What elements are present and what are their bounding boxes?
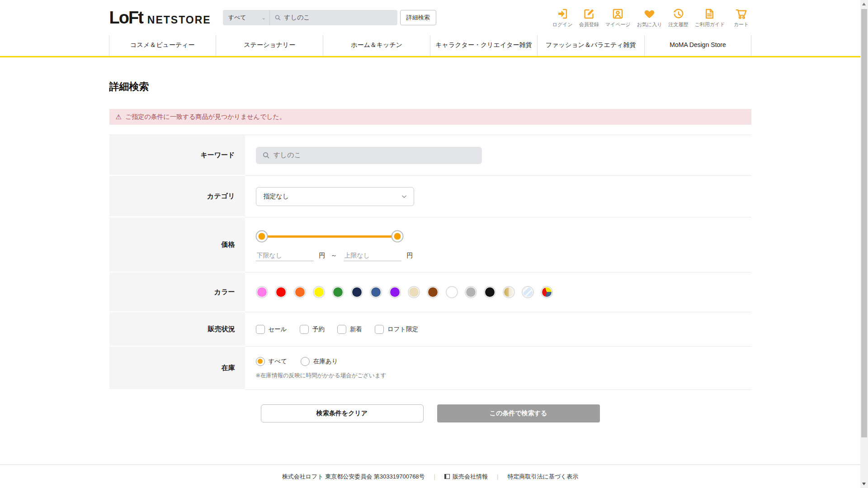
- guide-link[interactable]: ご利用ガイド: [694, 8, 725, 28]
- keyword-label: キーワード: [109, 135, 245, 176]
- color-swatches: [256, 286, 751, 298]
- sales-status-checkbox[interactable]: セール: [256, 325, 287, 334]
- color-swatch-brown[interactable]: [427, 286, 439, 298]
- favorites-link[interactable]: お気に入り: [637, 8, 662, 28]
- sales-status-label: 販売状況: [109, 312, 245, 347]
- color-swatch-white[interactable]: [446, 286, 458, 298]
- color-swatch-gray[interactable]: [465, 286, 477, 298]
- site-footer: 株式会社ロフト 東京都公安委員会 第303319700768号 | 販売会社情報…: [0, 465, 860, 488]
- warning-icon: ⚠: [116, 113, 122, 121]
- header-search-input[interactable]: [284, 14, 392, 21]
- checkbox-icon[interactable]: [300, 325, 309, 334]
- search-input-wrap: [270, 14, 397, 21]
- search-category-select[interactable]: すべて ⌄: [223, 10, 270, 25]
- color-swatch-clear[interactable]: [522, 286, 534, 298]
- stock-options: すべて 在庫あり: [256, 357, 751, 366]
- order-history-label: 注文履歴: [668, 21, 688, 28]
- main-content: 詳細検索 ⚠ ご指定の条件に一致する商品が見つかりませんでした。 キーワード カ…: [109, 80, 751, 422]
- sales-status-checkbox[interactable]: ロフト限定: [375, 325, 418, 334]
- nav-category-item[interactable]: コスメ＆ビューティー: [109, 35, 216, 56]
- mypage-label: マイページ: [605, 21, 631, 28]
- category-nav-items: コスメ＆ビューティー ステーショナリー ホーム＆キッチン キャラクター・クリエイ…: [109, 35, 752, 56]
- nav-category-item[interactable]: ファッション＆バラエティ雑貨: [537, 35, 644, 56]
- window-icon: [444, 474, 450, 479]
- cart-link[interactable]: カート: [731, 8, 751, 28]
- price-row: 価格 円 ～ 円: [109, 217, 751, 272]
- footer-separator: |: [434, 473, 435, 480]
- sales-status-row: 販売状況 セール 予約: [109, 312, 751, 347]
- scrollbar-down-arrow-icon[interactable]: [862, 483, 866, 485]
- price-inputs: 円 ～ 円: [256, 250, 751, 261]
- clear-conditions-button[interactable]: 検索条件をクリア: [261, 404, 424, 422]
- stock-radio-all[interactable]: すべて: [256, 357, 287, 366]
- color-row: カラー: [109, 272, 751, 312]
- price-min-input[interactable]: [256, 250, 314, 261]
- category-label: カテゴリ: [109, 176, 245, 217]
- color-swatch-orange[interactable]: [294, 286, 306, 298]
- price-slider-max-handle[interactable]: [391, 230, 403, 243]
- stock-label: 在庫: [109, 347, 245, 390]
- form-actions: 検索条件をクリア この条件で検索する: [109, 404, 751, 422]
- sales-status-checkbox[interactable]: 新着: [337, 325, 362, 334]
- price-max-unit: 円: [407, 252, 413, 260]
- site-header: LoFt NETSTORE すべて ⌄ 詳細検索 ログイン 会員登録: [109, 0, 751, 35]
- keyword-input-wrap: [256, 147, 482, 164]
- scrollbar[interactable]: [860, 0, 868, 488]
- no-results-message: ご指定の条件に一致する商品が見つかりませんでした。: [125, 113, 286, 121]
- color-swatch-yellow[interactable]: [313, 286, 325, 298]
- nav-category-item[interactable]: キャラクター・クリエイター雑貨: [430, 35, 537, 56]
- footer-seller-info-link[interactable]: 販売会社情報: [444, 473, 488, 481]
- radio-unchecked-icon[interactable]: [301, 357, 310, 366]
- favorites-icon: [643, 8, 656, 20]
- nav-category-item[interactable]: ステーショナリー: [216, 35, 323, 56]
- keyword-input[interactable]: [274, 151, 476, 159]
- logo-loft-text: LoFt: [109, 8, 143, 28]
- color-swatch-navy[interactable]: [351, 286, 363, 298]
- checkbox-icon[interactable]: [256, 325, 265, 334]
- color-swatch-red[interactable]: [275, 286, 287, 298]
- checkbox-icon[interactable]: [337, 325, 346, 334]
- register-link[interactable]: 会員登録: [579, 8, 599, 28]
- search-form: キーワード カテゴリ 指定なし 価格: [109, 135, 751, 390]
- price-slider-min-handle[interactable]: [255, 230, 268, 243]
- header-search-bar: すべて ⌄: [223, 10, 397, 25]
- login-link[interactable]: ログイン: [552, 8, 573, 28]
- color-swatch-beige[interactable]: [408, 286, 420, 298]
- price-separator: ～: [331, 252, 337, 260]
- sales-status-checkbox[interactable]: 予約: [300, 325, 325, 334]
- page-viewport: LoFt NETSTORE すべて ⌄ 詳細検索 ログイン 会員登録: [0, 0, 860, 488]
- nav-category-item[interactable]: ホーム＆キッチン: [323, 35, 430, 56]
- cart-label: カート: [734, 21, 749, 28]
- nav-category-item[interactable]: MoMA Design Store: [644, 35, 752, 56]
- checkbox-icon[interactable]: [375, 325, 384, 334]
- scrollbar-thumb[interactable]: [861, 9, 867, 437]
- stock-radio-in-stock[interactable]: 在庫あり: [301, 357, 338, 366]
- color-swatch-gold[interactable]: [503, 286, 515, 298]
- color-swatch-green[interactable]: [332, 286, 344, 298]
- category-nav: コスメ＆ビューティー ステーショナリー ホーム＆キッチン キャラクター・クリエイ…: [0, 35, 860, 57]
- logo-netstore-text: NETSTORE: [147, 14, 211, 26]
- submit-search-button[interactable]: この条件で検索する: [437, 404, 600, 422]
- color-swatch-multicolor[interactable]: [541, 286, 553, 298]
- footer-company-text: 株式会社ロフト 東京都公安委員会 第303319700768号: [282, 473, 425, 481]
- keyword-row: キーワード: [109, 135, 751, 176]
- price-range-slider[interactable]: [262, 230, 397, 243]
- order-history-link[interactable]: 注文履歴: [668, 8, 688, 28]
- search-icon: [262, 151, 270, 159]
- price-max-input[interactable]: [344, 250, 401, 261]
- site-logo[interactable]: LoFt NETSTORE: [109, 8, 211, 28]
- scrollbar-up-arrow-icon[interactable]: [862, 3, 866, 5]
- footer-legal-link[interactable]: 特定商取引法に基づく表示: [507, 473, 578, 481]
- slider-track: [262, 235, 397, 238]
- color-swatch-black[interactable]: [484, 286, 496, 298]
- color-swatch-blue[interactable]: [370, 286, 382, 298]
- search-icon: [274, 14, 281, 21]
- category-select[interactable]: 指定なし: [256, 187, 414, 206]
- color-swatch-purple[interactable]: [389, 286, 401, 298]
- category-row: カテゴリ 指定なし: [109, 176, 751, 217]
- advanced-search-button[interactable]: 詳細検索: [400, 10, 436, 25]
- color-swatch-pink[interactable]: [256, 286, 268, 298]
- register-label: 会員登録: [579, 21, 599, 28]
- mypage-link[interactable]: マイページ: [605, 8, 631, 28]
- radio-checked-icon[interactable]: [256, 357, 265, 366]
